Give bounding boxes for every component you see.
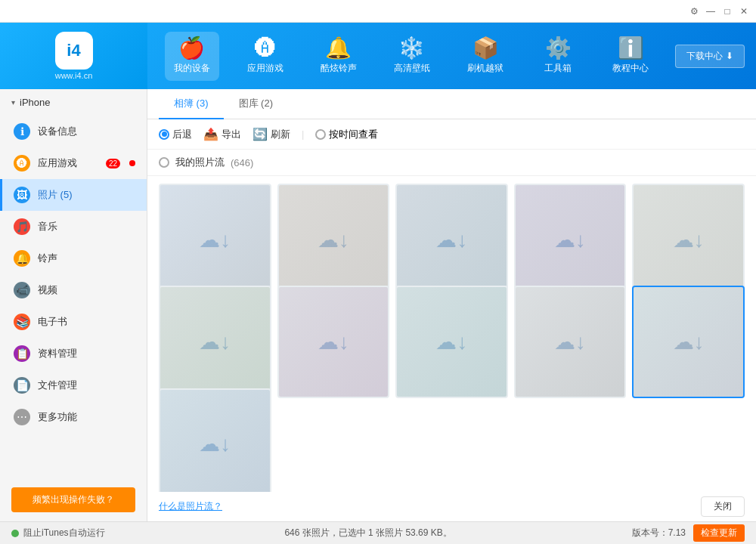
export-label: 导出 xyxy=(222,128,241,141)
content-area: 相簿 (3) 图库 (2) 后退 📤 导出 🔄 刷新 | 按时间查看 xyxy=(147,89,756,521)
back-button[interactable]: 后退 xyxy=(159,128,192,141)
sidebar-item-ringtones[interactable]: 🔔 铃声 xyxy=(0,243,147,274)
sidebar-item-file-mgmt[interactable]: 📄 文件管理 xyxy=(0,369,147,401)
toolbar: 后退 📤 导出 🔄 刷新 | 按时间查看 xyxy=(147,119,756,150)
sidebar-item-ringtones-label: 铃声 xyxy=(38,252,57,265)
back-label: 后退 xyxy=(172,128,192,141)
sidebar-bottom: 频繁出现操作失败？ xyxy=(0,478,147,521)
logo-icon: i4 xyxy=(55,32,93,70)
nav-my-device-label: 我的设备 xyxy=(174,62,210,75)
sidebar-item-photos[interactable]: 🖼 照片 (5) xyxy=(0,179,147,211)
ringtones-sidebar-icon: 🔔 xyxy=(14,250,30,267)
nav-my-device[interactable]: 🍎 我的设备 xyxy=(165,32,219,81)
nav-tools-label: 工具箱 xyxy=(544,62,572,75)
ebook-icon: 📚 xyxy=(14,314,30,330)
toolbar-separator: | xyxy=(302,128,304,140)
export-button[interactable]: 📤 导出 xyxy=(203,127,241,141)
nav-wallpapers[interactable]: ❄️ 高清壁纸 xyxy=(385,32,439,81)
sidebar-item-music[interactable]: 🎵 音乐 xyxy=(0,211,147,243)
close-button[interactable]: ✕ xyxy=(738,5,750,17)
sidebar-item-file-mgmt-label: 文件管理 xyxy=(38,379,77,392)
download-center-button[interactable]: 下载中心 ⬇ xyxy=(675,45,745,68)
photo-thumb-3[interactable]: ☁↓ xyxy=(395,184,508,296)
photo-thumb-6[interactable]: ☁↓ xyxy=(159,286,271,398)
photostream-count: (646) xyxy=(231,157,253,168)
nav-ringtones[interactable]: 🔔 酷炫铃声 xyxy=(311,32,366,81)
photo-thumb-5[interactable]: ☁↓ xyxy=(632,184,745,296)
photos-icon: 🖼 xyxy=(14,187,30,203)
nav-ringtones-label: 酷炫铃声 xyxy=(321,62,357,75)
sidebar-item-device-info[interactable]: ℹ 设备信息 xyxy=(0,116,147,147)
logo-url: www.i4.cn xyxy=(55,71,93,80)
photo-thumb-1[interactable]: ☁↓ xyxy=(159,184,271,296)
sidebar-item-ebook[interactable]: 📚 电子书 xyxy=(0,306,147,338)
time-view-button[interactable]: 按时间查看 xyxy=(315,128,378,141)
more-icon: ⋯ xyxy=(14,409,30,425)
sidebar-item-ebook-label: 电子书 xyxy=(38,315,67,329)
photostream-row: 我的照片流 (646) xyxy=(147,150,756,176)
nav-tutorials[interactable]: ℹ️ 教程中心 xyxy=(603,32,658,81)
tools-icon: ⚙️ xyxy=(545,38,572,59)
photo-thumb-9[interactable]: ☁↓ xyxy=(514,286,627,398)
photo-thumb-10[interactable]: ☁↓ xyxy=(632,286,745,398)
version-label: 版本号：7.13 xyxy=(632,527,686,539)
photo-thumb-8[interactable]: ☁↓ xyxy=(395,286,508,398)
apps-icon: 🅐 xyxy=(14,155,30,172)
status-left-text: 阻止iTunes自动运行 xyxy=(23,527,105,539)
header-right: 下载中心 ⬇ xyxy=(675,45,756,68)
photostream-link-row: 什么是照片流？ 关闭 xyxy=(147,492,756,521)
sidebar-item-device-info-label: 设备信息 xyxy=(38,125,77,138)
back-radio-icon xyxy=(159,129,169,140)
photostream-label: 我的照片流 xyxy=(175,156,225,169)
sidebar-item-apps-label: 应用游戏 xyxy=(38,156,77,170)
wallpapers-icon: ❄️ xyxy=(398,38,425,59)
tab-albums[interactable]: 相簿 (3) xyxy=(159,89,224,119)
status-center-text: 646 张照片，已选中 1 张照片 53.69 KB。 xyxy=(284,527,451,538)
photostream-radio-icon[interactable] xyxy=(159,157,169,168)
device-arrow-icon: ▾ xyxy=(11,98,15,107)
music-icon: 🎵 xyxy=(14,218,30,235)
nav-tools[interactable]: ⚙️ 工具箱 xyxy=(531,32,584,81)
refresh-button[interactable]: 🔄 刷新 xyxy=(253,127,290,141)
status-dot-icon xyxy=(11,530,19,537)
window-controls: ⚙ — □ ✕ xyxy=(688,5,750,17)
tabs: 相簿 (3) 图库 (2) xyxy=(147,89,756,119)
photostream-link[interactable]: 什么是照片流？ xyxy=(159,500,222,513)
device-info-icon: ℹ xyxy=(14,123,30,140)
nav-app-games-label: 应用游戏 xyxy=(247,62,284,75)
app-games-icon: 🅐 xyxy=(255,38,276,59)
status-left: 阻止iTunes自动运行 xyxy=(11,527,105,539)
refresh-label: 刷新 xyxy=(271,128,290,141)
nav-jailbreak[interactable]: 📦 刷机越狱 xyxy=(458,32,513,81)
sidebar-item-video-label: 视频 xyxy=(38,283,57,297)
refresh-icon: 🔄 xyxy=(253,127,268,141)
nav-jailbreak-label: 刷机越狱 xyxy=(467,62,503,75)
my-device-icon: 🍎 xyxy=(178,38,205,59)
sidebar-item-more[interactable]: ⋯ 更多功能 xyxy=(0,401,147,433)
photo-thumb-7[interactable]: ☁↓ xyxy=(277,286,390,398)
photo-thumb-2[interactable]: ☁↓ xyxy=(277,184,390,296)
data-mgmt-icon: 📋 xyxy=(14,345,30,362)
nav-items: 🍎 我的设备 🅐 应用游戏 🔔 酷炫铃声 ❄️ 高清壁纸 📦 刷机越狱 ⚙️ 工… xyxy=(147,23,675,89)
minimize-button[interactable]: — xyxy=(705,5,717,17)
photo-thumb-4[interactable]: ☁↓ xyxy=(514,184,627,296)
maximize-button[interactable]: □ xyxy=(721,5,733,17)
title-bar: ⚙ — □ ✕ xyxy=(0,0,756,23)
sidebar-item-data-mgmt[interactable]: 📋 资料管理 xyxy=(0,338,147,369)
export-icon: 📤 xyxy=(203,127,218,141)
photo-thumb-11[interactable]: ☁↓ xyxy=(159,388,271,492)
error-button[interactable]: 频繁出现操作失败？ xyxy=(11,487,135,512)
jailbreak-icon: 📦 xyxy=(472,38,499,59)
nav-wallpapers-label: 高清壁纸 xyxy=(394,62,430,75)
nav-app-games[interactable]: 🅐 应用游戏 xyxy=(238,32,293,81)
main-area: ▾ iPhone ℹ 设备信息 🅐 应用游戏 22 🖼 照片 (5) 🎵 音乐 … xyxy=(0,89,756,521)
time-view-radio-icon xyxy=(315,129,326,140)
close-button[interactable]: 关闭 xyxy=(701,496,745,517)
sidebar-item-video[interactable]: 📹 视频 xyxy=(0,274,147,306)
apps-badge: 22 xyxy=(106,159,120,168)
tab-gallery[interactable]: 图库 (2) xyxy=(224,89,289,119)
settings-icon[interactable]: ⚙ xyxy=(688,5,700,17)
update-button[interactable]: 检查更新 xyxy=(693,524,745,542)
sidebar-item-apps[interactable]: 🅐 应用游戏 22 xyxy=(0,147,147,179)
sidebar-item-more-label: 更多功能 xyxy=(38,410,77,424)
